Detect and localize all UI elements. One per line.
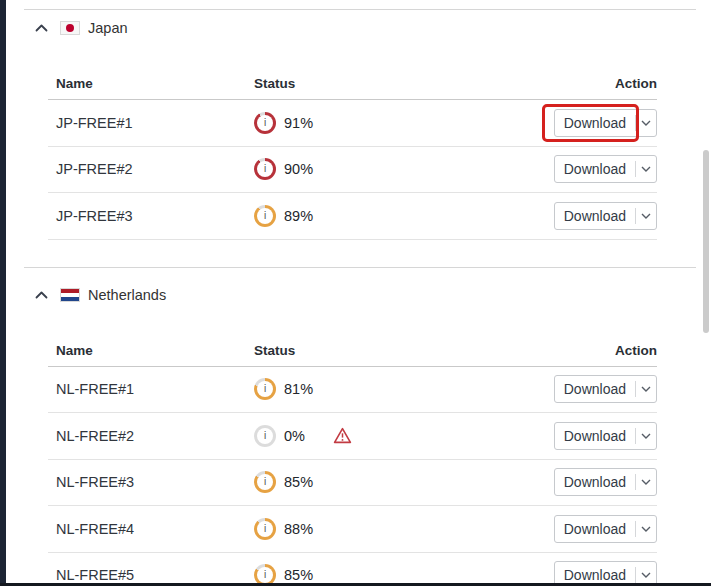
download-dropdown-button[interactable]: [636, 423, 656, 449]
download-dropdown-button[interactable]: [636, 516, 656, 542]
download-button[interactable]: Download: [555, 376, 635, 402]
download-button[interactable]: Download: [555, 516, 635, 542]
load-ring: i: [254, 158, 276, 180]
load-ring-core: i: [257, 428, 273, 444]
download-button[interactable]: Download: [555, 423, 635, 449]
load-percentage: 91%: [284, 115, 333, 131]
download-button[interactable]: Download: [555, 110, 635, 136]
download-dropdown-button[interactable]: [636, 203, 656, 229]
server-name: JP-FREE#2: [48, 161, 254, 177]
column-header-action: Action: [615, 343, 657, 358]
info-icon: i: [264, 570, 266, 580]
server-status-cell: i 81%: [254, 378, 554, 400]
server-row: NL-FREE#3 i 85%: [48, 460, 657, 507]
server-row: JP-FREE#1 i 91%: [48, 100, 657, 147]
server-name: NL-FREE#3: [48, 474, 254, 490]
download-split-button: Download: [554, 422, 657, 450]
country-header-japan[interactable]: Japan: [35, 19, 711, 37]
chevron-down-icon: [641, 166, 651, 172]
load-ring-core: i: [257, 567, 273, 583]
load-ring-core: i: [257, 381, 273, 397]
server-row: JP-FREE#3 i 89%: [48, 193, 657, 240]
info-icon: i: [264, 384, 266, 394]
country-label: Netherlands: [88, 287, 166, 303]
server-status-cell: i 0%: [254, 425, 554, 447]
load-ring: i: [254, 378, 276, 400]
server-action-cell: Download: [554, 515, 657, 543]
server-status-cell: i 89%: [254, 205, 554, 227]
table-header: Name Status Action: [48, 67, 657, 100]
chevron-down-icon: [641, 433, 651, 439]
info-icon: i: [264, 431, 266, 441]
column-header-action: Action: [615, 76, 657, 91]
load-percentage: 89%: [284, 208, 333, 224]
server-row: NL-FREE#4 i 88%: [48, 506, 657, 553]
download-split-button: Download: [554, 155, 657, 183]
download-dropdown-button[interactable]: [636, 110, 656, 136]
chevron-down-icon: [641, 479, 651, 485]
info-icon: i: [264, 164, 266, 174]
load-ring: i: [254, 112, 276, 134]
server-name: JP-FREE#1: [48, 115, 254, 131]
info-icon: i: [264, 211, 266, 221]
server-name: NL-FREE#1: [48, 381, 254, 397]
table-body: JP-FREE#1 i 91%: [48, 100, 657, 240]
column-header-name: Name: [48, 343, 254, 358]
chevron-down-icon: [641, 572, 651, 578]
chevron-down-icon: [641, 526, 651, 532]
load-percentage: 85%: [284, 474, 333, 490]
load-ring-core: i: [257, 115, 273, 131]
chevron-up-icon: [35, 24, 48, 32]
server-row: NL-FREE#1 i 81%: [48, 367, 657, 414]
japan-flag-dot: [66, 24, 74, 32]
country-header-netherlands[interactable]: Netherlands: [35, 286, 711, 304]
vertical-scrollbar-thumb[interactable]: [703, 150, 709, 333]
server-action-cell: Download: [554, 468, 657, 496]
download-split-button: Download: [554, 202, 657, 230]
download-split-button: Download: [554, 375, 657, 403]
japan-flag-icon: [60, 21, 80, 35]
download-dropdown-button[interactable]: [636, 469, 656, 495]
server-table-japan: Name Status Action JP-FREE#1 i: [48, 67, 657, 240]
load-percentage: 0%: [284, 428, 333, 444]
download-split-button: Download: [554, 468, 657, 496]
download-button[interactable]: Download: [555, 203, 635, 229]
scroll-content: Japan Name Status Action JP-FREE#1: [0, 0, 711, 586]
country-label: Japan: [88, 20, 128, 36]
table-header: Name Status Action: [48, 334, 657, 367]
download-dropdown-button[interactable]: [636, 376, 656, 402]
chevron-down-icon: [641, 213, 651, 219]
server-name: NL-FREE#4: [48, 521, 254, 537]
chevron-down-icon: [641, 386, 651, 392]
info-icon: i: [264, 524, 266, 534]
table-body: NL-FREE#1 i 81%: [48, 367, 657, 586]
info-icon: i: [264, 477, 266, 487]
load-ring: i: [254, 518, 276, 540]
server-status-cell: i 85%: [254, 471, 554, 493]
server-row: NL-FREE#5 i 85%: [48, 553, 657, 586]
load-ring-core: i: [257, 521, 273, 537]
server-table-netherlands: Name Status Action NL-FREE#1 i: [48, 334, 657, 586]
load-ring: i: [254, 425, 276, 447]
download-button[interactable]: Download: [555, 156, 635, 182]
window-left-edge: [0, 0, 6, 586]
load-ring: i: [254, 205, 276, 227]
server-action-cell: Download: [554, 155, 657, 183]
server-status-cell: i 88%: [254, 518, 554, 540]
column-header-status: Status: [254, 76, 615, 91]
chevron-down-icon: [641, 120, 651, 126]
load-ring-core: i: [257, 161, 273, 177]
load-ring-core: i: [257, 208, 273, 224]
load-ring-core: i: [257, 474, 273, 490]
server-list-page: Japan Name Status Action JP-FREE#1: [0, 0, 711, 586]
server-action-cell: Download: [554, 422, 657, 450]
download-button[interactable]: Download: [555, 469, 635, 495]
netherlands-flag-icon: [60, 288, 80, 302]
download-dropdown-button[interactable]: [636, 156, 656, 182]
server-action-cell: Download: [554, 202, 657, 230]
netherlands-flag-stripe: [61, 297, 79, 301]
load-percentage: 88%: [284, 521, 333, 537]
info-icon: i: [264, 118, 266, 128]
server-action-cell: Download: [554, 375, 657, 403]
server-action-cell: Download: [554, 109, 657, 137]
